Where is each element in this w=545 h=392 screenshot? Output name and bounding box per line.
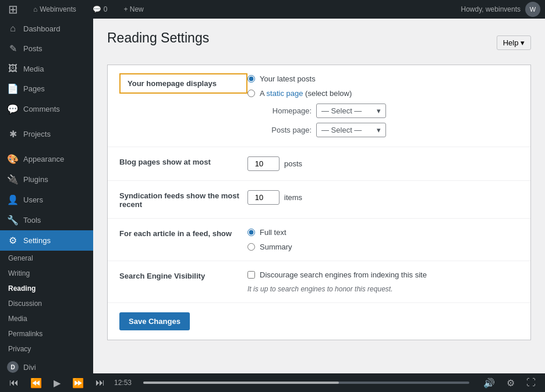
new-content-link[interactable]: + New — [119, 5, 148, 13]
radio-summary-label: Summary — [260, 243, 292, 251]
sidebar-item-label: Pages — [23, 84, 45, 93]
submenu-permalinks[interactable]: Permalinks — [0, 326, 93, 341]
sidebar-item-users[interactable]: 👤 Users — [0, 190, 93, 210]
sidebar-item-label: Settings — [23, 236, 51, 245]
radio-latest-posts-item: Your latest posts — [247, 74, 519, 83]
homepage-select-row: Homepage: — Select — ▾ — [259, 104, 519, 118]
radio-latest-posts[interactable] — [247, 75, 255, 83]
syndication-row: Syndication feeds show the most recent i… — [108, 181, 530, 219]
radio-summary-item: Summary — [247, 243, 519, 251]
search-visibility-label: Search Engine Visibility — [119, 270, 247, 280]
sidebar-item-posts[interactable]: ✎ Posts — [0, 38, 93, 59]
volume-icon[interactable]: 🔊 — [481, 377, 497, 389]
blog-pages-label: Blog pages show at most — [119, 156, 247, 166]
homepage-select[interactable]: — Select — ▾ — [316, 104, 386, 118]
submenu-writing[interactable]: Writing — [0, 266, 93, 281]
save-changes-button[interactable]: Save Changes — [119, 312, 190, 330]
rewind-icon[interactable]: ⏮ — [7, 377, 21, 388]
posts-page-select[interactable]: — Select — ▾ — [316, 123, 386, 137]
feed-article-row: For each article in a feed, show Full te… — [108, 219, 530, 261]
comments-link[interactable]: 💬 0 — [88, 5, 112, 13]
posts-icon: ✎ — [7, 43, 19, 54]
submenu-general[interactable]: General — [0, 251, 93, 266]
homepage-select-label: Homepage: — [259, 106, 312, 115]
sidebar-item-label: Users — [23, 195, 43, 204]
wp-logo-icon[interactable]: ⊞ — [5, 2, 22, 16]
syndication-suffix: items — [284, 193, 302, 202]
topbar: ⊞ ⌂ Webinvents 💬 0 + New Howdy, webinven… — [0, 0, 545, 19]
comment-icon: 💬 — [93, 5, 101, 13]
blog-pages-input[interactable] — [247, 156, 279, 171]
tools-icon: 🔧 — [7, 215, 19, 226]
blog-pages-row: Blog pages show at most posts — [108, 147, 530, 181]
sidebar-item-label: Posts — [23, 44, 43, 53]
radio-full-text-item: Full text — [247, 228, 519, 237]
dashboard-icon: ⌂ — [7, 23, 19, 34]
forward-icon[interactable]: ⏭ — [93, 377, 107, 388]
syndication-input[interactable] — [247, 190, 279, 205]
help-button[interactable]: Help ▾ — [497, 35, 531, 50]
posts-page-select-row: Posts page: — Select — ▾ — [259, 123, 519, 137]
sidebar-bottom: D Divi — [0, 357, 93, 373]
settings-bottom-icon[interactable]: ⚙ — [504, 377, 517, 389]
submenu-privacy[interactable]: Privacy — [0, 341, 93, 357]
feed-article-control: Full text Summary — [247, 228, 519, 251]
sidebar-item-projects[interactable]: ✱ Projects — [0, 124, 93, 144]
appearance-icon: 🎨 — [7, 154, 19, 165]
search-visibility-help-text: It is up to search engines to honor this… — [247, 285, 519, 293]
homepage-displays-control: Your latest posts A static page (select … — [247, 74, 519, 137]
sidebar-item-dashboard[interactable]: ⌂ Dashboard — [0, 19, 93, 38]
page-selects-group: Homepage: — Select — ▾ Posts page: — Sel… — [259, 104, 519, 137]
syndication-label: Syndication feeds show the most recent — [119, 190, 247, 209]
site-name-link[interactable]: ⌂ Webinvents — [29, 5, 81, 13]
radio-summary[interactable] — [247, 243, 255, 251]
homepage-radio-group: Your latest posts A static page (select … — [247, 74, 519, 98]
posts-page-select-label: Posts page: — [259, 126, 312, 134]
blog-pages-suffix: posts — [284, 159, 302, 168]
sidebar-item-tools[interactable]: 🔧 Tools — [0, 210, 93, 230]
main-content: Reading Settings Help ▾ Your homepage di… — [93, 19, 545, 373]
pages-icon: 📄 — [7, 83, 19, 94]
page-title: Reading Settings — [107, 30, 209, 46]
sidebar-item-label: Tools — [23, 216, 41, 224]
submenu-media[interactable]: Media — [0, 311, 93, 326]
sidebar-item-media[interactable]: 🖼 Media — [0, 59, 93, 79]
sidebar-item-label: Appearance — [23, 155, 64, 163]
submenu-discussion[interactable]: Discussion — [0, 296, 93, 311]
progress-bar[interactable] — [143, 382, 469, 384]
feed-article-label: For each article in a feed, show — [119, 228, 247, 238]
homepage-displays-label: Your homepage displays — [119, 73, 247, 94]
radio-static-page[interactable] — [247, 90, 255, 97]
next-icon[interactable]: ⏩ — [70, 377, 86, 389]
topbar-right: Howdy, webinvents W — [461, 2, 541, 17]
sidebar-item-pages[interactable]: 📄 Pages — [0, 79, 93, 99]
divi-icon: D — [7, 361, 19, 373]
current-time: 12:53 — [114, 379, 132, 387]
sidebar-item-settings[interactable]: ⚙ Settings — [0, 230, 93, 251]
feed-radio-group: Full text Summary — [247, 228, 519, 251]
howdy-text: Howdy, webinvents — [461, 5, 521, 13]
sidebar-item-label: Media — [23, 65, 44, 73]
search-visibility-control: Discourage search engines from indexing … — [247, 270, 519, 293]
syndication-control: items — [247, 190, 519, 205]
media-icon: 🖼 — [7, 63, 19, 74]
play-icon[interactable]: ▶ — [51, 377, 63, 389]
radio-full-text[interactable] — [247, 229, 255, 236]
settings-form: Your homepage displays Your latest posts… — [107, 65, 531, 340]
progress-fill — [143, 382, 339, 384]
static-page-link[interactable]: static page — [267, 89, 303, 98]
sidebar-item-label: Plugins — [23, 175, 48, 184]
sidebar-item-appearance[interactable]: 🎨 Appearance — [0, 149, 93, 169]
prev-icon[interactable]: ⏪ — [28, 377, 44, 389]
layout: ⌂ Dashboard ✎ Posts 🖼 Media 📄 Pages 💬 Co… — [0, 19, 545, 373]
sidebar-item-plugins[interactable]: 🔌 Plugins — [0, 169, 93, 190]
save-row: Save Changes — [108, 303, 530, 340]
discourage-indexing-label: Discourage search engines from indexing … — [260, 270, 427, 279]
submenu-reading[interactable]: Reading — [0, 281, 93, 296]
user-avatar[interactable]: W — [525, 2, 540, 17]
fullscreen-icon[interactable]: ⛶ — [524, 377, 538, 388]
discourage-indexing-checkbox[interactable] — [247, 271, 255, 279]
sidebar-item-comments[interactable]: 💬 Comments — [0, 99, 93, 119]
sidebar-item-divi[interactable]: D Divi — [0, 357, 93, 373]
radio-latest-posts-label: Your latest posts — [260, 74, 316, 83]
